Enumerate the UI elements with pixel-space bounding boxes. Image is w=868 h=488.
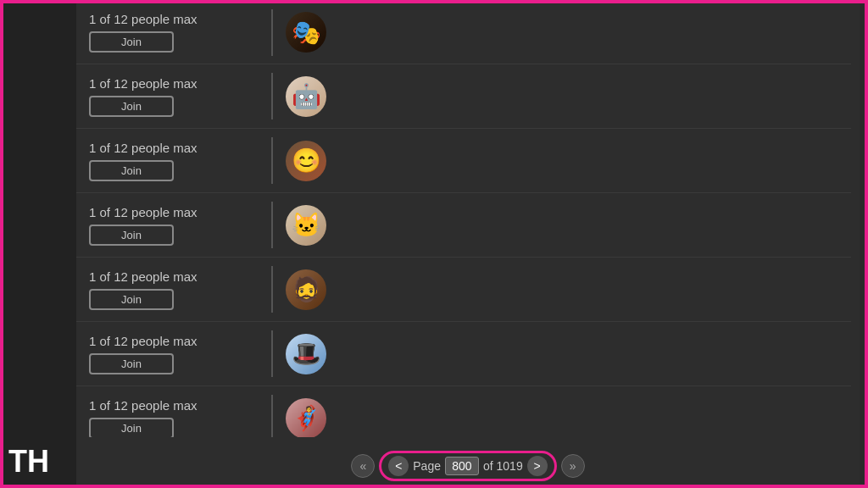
server-info: 1 of 12 people max Join xyxy=(89,76,259,117)
server-info: 1 of 12 people max Join xyxy=(89,398,259,438)
watermark: TH xyxy=(8,444,49,480)
avatar-area: 🧔 xyxy=(286,269,326,310)
join-button[interactable]: Join xyxy=(89,31,174,53)
server-list: 1 of 12 people max Join 🎭 1 of 12 people… xyxy=(76,0,851,437)
page-text: Page of 1019 xyxy=(413,457,522,475)
server-divider xyxy=(271,330,273,377)
next-page-button[interactable]: > xyxy=(527,456,548,476)
player-avatar: 😊 xyxy=(286,141,326,181)
player-avatar: 🎩 xyxy=(286,334,326,374)
join-button[interactable]: Join xyxy=(89,160,174,181)
server-row: 1 of 12 people max Join 🤖 xyxy=(76,64,851,129)
server-info: 1 of 12 people max Join xyxy=(89,12,259,53)
prev-page-button[interactable]: < xyxy=(388,456,409,476)
server-row: 1 of 12 people max Join 😊 xyxy=(76,129,851,193)
server-row: 1 of 12 people max Join 🎩 xyxy=(76,322,851,386)
pagination-highlight: < Page of 1019 > xyxy=(379,451,556,481)
people-count: 1 of 12 people max xyxy=(89,269,259,284)
people-count: 1 of 12 people max xyxy=(89,398,259,413)
server-divider xyxy=(271,395,273,437)
page-label: Page xyxy=(413,459,441,473)
avatar-area: 🎭 xyxy=(286,12,326,53)
page-input[interactable] xyxy=(445,457,479,475)
player-avatar: 🦸 xyxy=(286,398,326,438)
server-divider xyxy=(271,202,273,248)
player-avatar: 🧔 xyxy=(286,269,326,310)
server-info: 1 of 12 people max Join xyxy=(89,269,259,310)
avatar-area: 🎩 xyxy=(286,334,326,374)
server-info: 1 of 12 people max Join xyxy=(89,334,259,374)
of-label: of 1019 xyxy=(483,459,523,473)
server-row: 1 of 12 people max Join 🧔 xyxy=(76,258,851,322)
people-count: 1 of 12 people max xyxy=(89,205,259,219)
join-button[interactable]: Join xyxy=(89,225,174,246)
pagination: « < Page of 1019 > » xyxy=(76,451,860,481)
player-avatar: 🤖 xyxy=(286,76,326,117)
avatar-area: 🤖 xyxy=(286,76,326,117)
server-row: 1 of 12 people max Join 🦸 xyxy=(76,386,851,437)
join-button[interactable]: Join xyxy=(89,96,174,117)
server-divider xyxy=(271,9,273,56)
join-button[interactable]: Join xyxy=(89,353,174,374)
server-divider xyxy=(271,137,273,184)
server-info: 1 of 12 people max Join xyxy=(89,141,259,181)
main-content: 1 of 12 people max Join 🎭 1 of 12 people… xyxy=(76,0,860,488)
people-count: 1 of 12 people max xyxy=(89,12,259,26)
avatar-area: 😊 xyxy=(286,141,326,181)
avatar-area: 🦸 xyxy=(286,398,326,438)
server-row: 1 of 12 people max Join 🎭 xyxy=(76,0,851,64)
server-divider xyxy=(271,73,273,119)
player-avatar: 🎭 xyxy=(286,12,326,53)
people-count: 1 of 12 people max xyxy=(89,141,259,155)
player-avatar: 🐱 xyxy=(286,205,326,246)
server-row: 1 of 12 people max Join 🐱 xyxy=(76,193,851,258)
join-button[interactable]: Join xyxy=(89,289,174,310)
people-count: 1 of 12 people max xyxy=(89,334,259,348)
last-page-button[interactable]: » xyxy=(561,454,585,478)
left-panel xyxy=(0,0,76,488)
avatar-area: 🐱 xyxy=(286,205,326,246)
people-count: 1 of 12 people max xyxy=(89,76,259,91)
server-info: 1 of 12 people max Join xyxy=(89,205,259,246)
server-divider xyxy=(271,266,273,313)
join-button[interactable]: Join xyxy=(89,418,174,438)
first-page-button[interactable]: « xyxy=(351,454,375,478)
